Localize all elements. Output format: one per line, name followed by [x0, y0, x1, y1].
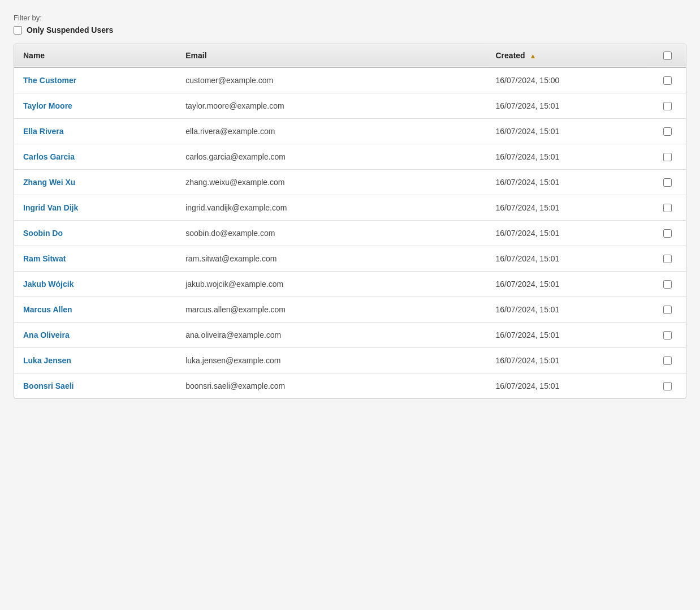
user-name-cell: Carlos Garcia	[14, 144, 176, 170]
user-created: 16/07/2024, 15:01	[496, 152, 560, 161]
user-email: marcus.allen@example.com	[185, 305, 286, 314]
user-created: 16/07/2024, 15:01	[496, 381, 560, 390]
user-checkbox-cell	[649, 323, 686, 348]
user-created-cell: 16/07/2024, 15:01	[487, 170, 649, 195]
user-checkbox-cell	[649, 170, 686, 195]
user-name-cell: The Customer	[14, 67, 176, 93]
user-email: taylor.moore@example.com	[185, 101, 284, 110]
user-created-cell: 16/07/2024, 15:01	[487, 272, 649, 297]
user-name-link[interactable]: Ingrid Van Dijk	[23, 203, 78, 212]
user-name-link[interactable]: Jakub Wójcik	[23, 280, 74, 289]
user-name-cell: Ana Oliveira	[14, 323, 176, 348]
user-created: 16/07/2024, 15:01	[496, 203, 560, 212]
user-email-cell: zhang.weixu@example.com	[176, 170, 486, 195]
row-select-checkbox[interactable]	[663, 255, 672, 263]
col-header-checkbox	[649, 44, 686, 67]
row-select-checkbox[interactable]	[663, 102, 672, 110]
suspended-users-checkbox[interactable]	[14, 26, 22, 35]
user-name-link[interactable]: Boonsri Saeli	[23, 381, 74, 390]
user-checkbox-cell	[649, 246, 686, 272]
row-select-checkbox[interactable]	[663, 178, 672, 187]
user-name-link[interactable]: Carlos Garcia	[23, 152, 75, 161]
row-select-checkbox[interactable]	[663, 229, 672, 238]
table-header-row: Name Email Created ▲	[14, 44, 686, 67]
row-select-checkbox[interactable]	[663, 280, 672, 289]
table-row: Marcus Allenmarcus.allen@example.com16/0…	[14, 297, 686, 323]
user-name-link[interactable]: Ram Sitwat	[23, 254, 66, 263]
user-name-link[interactable]: Luka Jensen	[23, 356, 71, 365]
suspended-users-label[interactable]: Only Suspended Users	[27, 25, 113, 35]
select-all-checkbox[interactable]	[663, 51, 672, 60]
col-header-email[interactable]: Email	[176, 44, 486, 67]
user-email-cell: carlos.garcia@example.com	[176, 144, 486, 170]
user-name-cell: Ram Sitwat	[14, 246, 176, 272]
user-email-cell: ram.sitwat@example.com	[176, 246, 486, 272]
user-created: 16/07/2024, 15:01	[496, 330, 560, 340]
row-select-checkbox[interactable]	[663, 356, 672, 365]
user-name-cell: Boonsri Saeli	[14, 373, 176, 399]
user-email-cell: ingrid.vandijk@example.com	[176, 195, 486, 221]
row-select-checkbox[interactable]	[663, 382, 672, 390]
table-row: Carlos Garciacarlos.garcia@example.com16…	[14, 144, 686, 170]
user-checkbox-cell	[649, 93, 686, 119]
col-header-created[interactable]: Created ▲	[487, 44, 649, 67]
user-created-cell: 16/07/2024, 15:01	[487, 221, 649, 246]
user-email: jakub.wojcik@example.com	[185, 280, 283, 289]
user-created: 16/07/2024, 15:01	[496, 280, 560, 289]
user-created: 16/07/2024, 15:01	[496, 254, 560, 263]
table-row: Luka Jensenluka.jensen@example.com16/07/…	[14, 348, 686, 373]
user-email-cell: marcus.allen@example.com	[176, 297, 486, 323]
user-name-cell: Jakub Wójcik	[14, 272, 176, 297]
user-email: ella.rivera@example.com	[185, 127, 275, 136]
row-select-checkbox[interactable]	[663, 204, 672, 212]
user-email: soobin.do@example.com	[185, 229, 275, 238]
user-name-link[interactable]: Taylor Moore	[23, 101, 72, 110]
row-select-checkbox[interactable]	[663, 127, 672, 136]
user-created: 16/07/2024, 15:01	[496, 356, 560, 365]
user-email: boonsri.saeli@example.com	[185, 381, 285, 390]
user-email-cell: ella.rivera@example.com	[176, 119, 486, 144]
user-name-link[interactable]: Marcus Allen	[23, 305, 72, 314]
row-select-checkbox[interactable]	[663, 76, 672, 85]
user-name-link[interactable]: Ana Oliveira	[23, 330, 70, 340]
col-header-name[interactable]: Name	[14, 44, 176, 67]
filter-label: Filter by:	[14, 14, 686, 22]
user-checkbox-cell	[649, 373, 686, 399]
user-email: zhang.weixu@example.com	[185, 178, 284, 187]
user-email-cell: customer@example.com	[176, 67, 486, 93]
user-name-link[interactable]: Ella Rivera	[23, 127, 64, 136]
user-created: 16/07/2024, 15:01	[496, 178, 560, 187]
users-table: Name Email Created ▲ The Customercustome…	[14, 44, 686, 398]
user-created-cell: 16/07/2024, 15:01	[487, 373, 649, 399]
user-name-cell: Taylor Moore	[14, 93, 176, 119]
table-row: Jakub Wójcikjakub.wojcik@example.com16/0…	[14, 272, 686, 297]
user-created-cell: 16/07/2024, 15:01	[487, 297, 649, 323]
table-row: Ram Sitwatram.sitwat@example.com16/07/20…	[14, 246, 686, 272]
user-email: luka.jensen@example.com	[185, 356, 280, 365]
users-table-container: Name Email Created ▲ The Customercustome…	[14, 44, 686, 399]
user-name-link[interactable]: Soobin Do	[23, 229, 63, 238]
user-created-cell: 16/07/2024, 15:01	[487, 348, 649, 373]
user-name-cell: Marcus Allen	[14, 297, 176, 323]
row-select-checkbox[interactable]	[663, 331, 672, 340]
user-email-cell: jakub.wojcik@example.com	[176, 272, 486, 297]
table-row: Boonsri Saeliboonsri.saeli@example.com16…	[14, 373, 686, 399]
user-created-cell: 16/07/2024, 15:01	[487, 119, 649, 144]
row-select-checkbox[interactable]	[663, 153, 672, 161]
user-created-cell: 16/07/2024, 15:01	[487, 246, 649, 272]
user-checkbox-cell	[649, 348, 686, 373]
user-name-link[interactable]: Zhang Wei Xu	[23, 178, 75, 187]
user-name-link[interactable]: The Customer	[23, 76, 76, 85]
user-email: ingrid.vandijk@example.com	[185, 203, 287, 212]
user-name-cell: Soobin Do	[14, 221, 176, 246]
user-created: 16/07/2024, 15:01	[496, 305, 560, 314]
user-email: customer@example.com	[185, 76, 273, 85]
row-select-checkbox[interactable]	[663, 306, 672, 314]
filter-section: Filter by: Only Suspended Users	[14, 14, 686, 35]
user-email-cell: soobin.do@example.com	[176, 221, 486, 246]
user-created-cell: 16/07/2024, 15:01	[487, 93, 649, 119]
user-created-cell: 16/07/2024, 15:01	[487, 195, 649, 221]
user-name-cell: Zhang Wei Xu	[14, 170, 176, 195]
table-row: The Customercustomer@example.com16/07/20…	[14, 67, 686, 93]
user-email-cell: ana.oliveira@example.com	[176, 323, 486, 348]
